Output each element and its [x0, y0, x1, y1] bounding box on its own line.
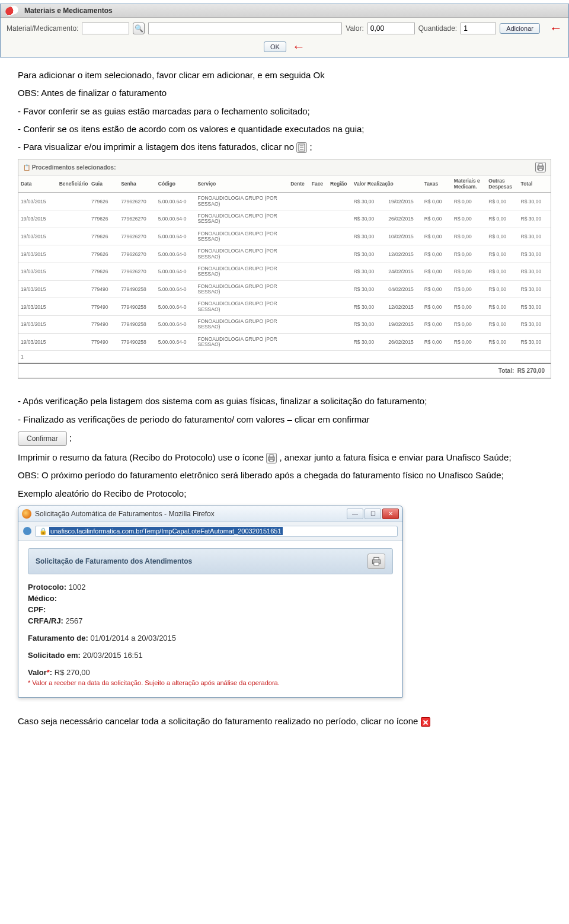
table-row: 19/03/20157796267796262705.00.00.64-0FON…: [18, 245, 551, 263]
close-button[interactable]: ✕: [382, 509, 399, 519]
value: 1002: [69, 583, 86, 592]
value: 01/01/2014 a 20/03/2015: [90, 634, 176, 642]
col-header: Taxas: [422, 175, 452, 193]
url-bar-row: 🔒 unafisco.facilinformatica.com.br/Temp/…: [18, 522, 402, 541]
value: R$ 270,00: [55, 668, 90, 677]
label: Protocolo:: [28, 583, 66, 592]
search-material-button[interactable]: 🔍: [133, 23, 145, 34]
svg-rect-9: [270, 459, 273, 462]
report-heading: Solicitação de Faturamento dos Atendimen…: [28, 548, 393, 574]
instruction-text: OBS: Antes de finalizar o faturamento: [18, 87, 551, 99]
instruction-text: - Finalizado as verificações de periodo …: [18, 414, 551, 426]
page-indicator: 1: [18, 351, 551, 364]
col-header: Região: [328, 175, 351, 193]
text-fragment: - Para visualizar e/ou imprimir a listag…: [18, 142, 294, 152]
confirmar-button[interactable]: Confirmar: [18, 431, 67, 446]
valor-label: Valor:: [346, 24, 363, 33]
label: Valor: [28, 668, 47, 677]
table-row: 19/03/20157796267796262705.00.00.64-0FON…: [18, 228, 551, 245]
report-body: Solicitação de Faturamento dos Atendimen…: [18, 541, 402, 697]
instruction-text: OBS: O próximo período do faturamento el…: [18, 469, 551, 481]
table-row: 19/03/20157794907794902585.00.00.64-0FON…: [18, 333, 551, 351]
col-header: Face: [309, 175, 328, 193]
col-header: Dente: [288, 175, 309, 193]
text-fragment: ;: [67, 433, 72, 443]
material-desc-input[interactable]: [148, 23, 342, 34]
svg-rect-11: [374, 557, 379, 559]
instruction-text: Para adicionar o item selecionado, favor…: [18, 69, 551, 81]
col-header: Beneficiário: [57, 175, 89, 193]
svg-rect-5: [539, 164, 542, 166]
instruction-text: - Após verificação pela listagem dos sis…: [18, 395, 551, 407]
print-icon[interactable]: [367, 554, 385, 569]
instruction-text: Caso seja necessário cancelar toda a sol…: [18, 715, 551, 727]
col-header: Serviço: [196, 175, 289, 193]
list-print-icon[interactable]: [296, 142, 307, 153]
label: Solicitado em:: [28, 651, 81, 660]
material-input[interactable]: [82, 23, 129, 34]
table-row: 19/03/20157796267796262705.00.00.64-0FON…: [18, 263, 551, 281]
red-arrow-icon: ←: [292, 43, 305, 51]
materials-panel: Materiais e Medicamentos Material/Medica…: [0, 4, 569, 57]
quantidade-label: Quantidade:: [418, 24, 457, 33]
ok-button[interactable]: OK: [264, 41, 286, 52]
procedures-panel: 📋 Procedimentos selecionados: Data Benef…: [18, 159, 551, 379]
instruction-text: - Para visualizar e/ou imprimir a listag…: [18, 141, 551, 153]
value: 2567: [66, 616, 83, 625]
valor-input[interactable]: [367, 23, 415, 34]
instruction-text: Exemplo aleatório do Recibo de Protocolo…: [18, 488, 551, 500]
instruction-text: - Conferir se os itens estão de acordo c…: [18, 123, 551, 135]
text-fragment: Imprimir o resumo da fatura (Recibo do P…: [18, 452, 266, 462]
red-arrow-icon: ←: [549, 24, 562, 33]
window-titlebar: Solicitação Automática de Faturamentos -…: [18, 506, 402, 522]
table-row: 19/03/20157794907794902585.00.00.64-0FON…: [18, 280, 551, 298]
instruction-text: Imprimir o resumo da fatura (Recibo do P…: [18, 452, 551, 463]
table-header-row: Data Beneficiário Guia Senha Código Serv…: [18, 175, 551, 193]
table-row: 19/03/20157796267796262705.00.00.64-0FON…: [18, 193, 551, 210]
cancel-icon[interactable]: [421, 717, 430, 727]
col-header: Materiais e Medicam.: [452, 175, 486, 193]
text-fragment: ;: [309, 142, 312, 152]
col-header: Total: [519, 175, 551, 193]
report-title: Solicitação de Faturamento dos Atendimen…: [36, 557, 192, 565]
svg-rect-6: [539, 168, 542, 171]
table-row: 19/03/20157796267796262705.00.00.64-0FON…: [18, 210, 551, 228]
maximize-button[interactable]: ☐: [365, 509, 381, 519]
value: 20/03/2015 16:51: [82, 651, 142, 660]
firefox-window: Solicitação Automática de Faturamentos -…: [18, 506, 403, 698]
panel-titlebar: Materiais e Medicamentos: [1, 4, 568, 18]
col-header: Data: [18, 175, 57, 193]
svg-rect-8: [270, 455, 273, 457]
asterisk-icon: *: [47, 668, 50, 677]
pill-icon: [4, 5, 19, 17]
label: Faturamento de:: [28, 634, 88, 642]
site-identity-icon[interactable]: [23, 527, 31, 535]
minimize-button[interactable]: —: [347, 509, 363, 519]
footnote: * Valor a receber na data da solicitação…: [28, 679, 393, 686]
table-total: Total: R$ 270,00: [18, 363, 551, 378]
label: CRFA/RJ:: [28, 616, 63, 625]
quantidade-input[interactable]: [461, 23, 496, 34]
table-row: 19/03/20157794907794902585.00.00.64-0FON…: [18, 316, 551, 334]
svg-rect-12: [374, 562, 379, 565]
table-row: 19/03/20157794907794902585.00.00.64-0FON…: [18, 298, 551, 316]
col-header: Código: [156, 175, 196, 193]
col-header: Outras Despesas: [486, 175, 518, 193]
material-label: Material/Medicamento:: [7, 24, 78, 33]
text-fragment: Caso seja necessário cancelar toda a sol…: [18, 716, 418, 726]
window-title: Solicitação Automática de Faturamentos -…: [35, 510, 215, 518]
print-icon[interactable]: [266, 453, 277, 463]
print-icon[interactable]: [535, 162, 546, 172]
col-header: Guia: [89, 175, 119, 193]
col-header: Valor Realização: [351, 175, 422, 193]
label: CPF:: [28, 605, 46, 614]
label: Médico:: [28, 594, 57, 603]
procedures-table: Data Beneficiário Guia Senha Código Serv…: [18, 175, 551, 378]
adicionar-button[interactable]: Adicionar: [500, 23, 540, 34]
col-header: Senha: [119, 175, 156, 193]
instruction-text: - Favor conferir se as guias estão marca…: [18, 105, 551, 117]
panel-title: Materiais e Medicamentos: [24, 7, 113, 15]
firefox-icon: [22, 509, 31, 519]
url-bar[interactable]: 🔒 unafisco.facilinformatica.com.br/Temp/…: [35, 526, 398, 537]
procedures-header: 📋 Procedimentos selecionados:: [23, 164, 116, 171]
